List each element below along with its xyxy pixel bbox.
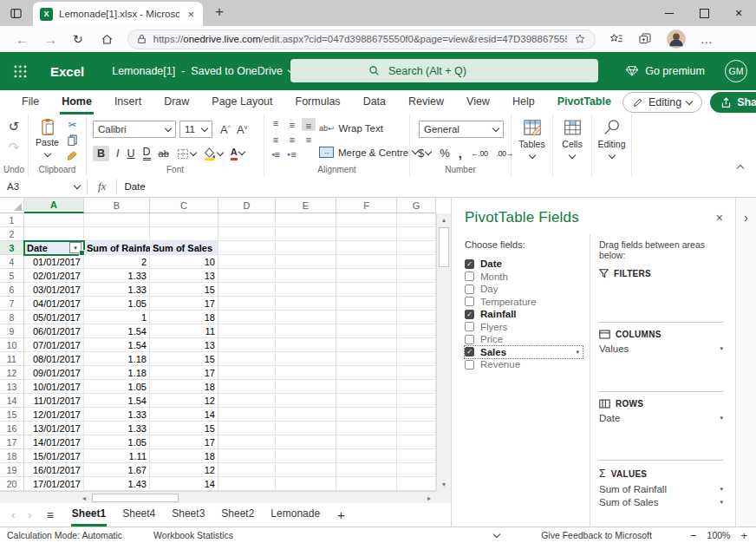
row-header-19[interactable]: 19 [0,463,24,477]
cell-C17[interactable]: 17 [150,435,218,449]
cell-B2[interactable] [84,227,150,241]
row-header-8[interactable]: 8 [0,311,24,324]
increase-indent-button[interactable]: ▸≡ [285,147,299,160]
field-revenue[interactable]: Revenue [465,358,583,371]
search-box[interactable] [290,59,598,82]
add-sheet-button[interactable]: + [337,507,345,522]
cell-D5[interactable] [218,269,276,283]
row-header-6[interactable]: 6 [0,283,24,297]
cell-C20[interactable]: 14 [150,477,218,491]
cell-E19[interactable] [276,463,336,477]
app-launcher-icon[interactable] [13,64,27,78]
align-center-button[interactable]: ≡ [285,133,299,146]
percent-format-button[interactable]: % [440,147,450,160]
cell-B4[interactable]: 2 [84,255,150,269]
area-item-sum-of-sales[interactable]: Sum of Sales▾ [599,495,723,508]
cell-G2[interactable] [397,227,436,241]
col-header-f[interactable]: F [336,198,397,213]
number-format-select[interactable]: General [419,121,504,138]
search-input[interactable] [387,64,520,78]
cell-D4[interactable] [218,255,276,269]
cell-G3[interactable] [397,241,436,255]
browser-profile-avatar[interactable] [667,29,686,49]
align-left-button[interactable]: ≡ [269,133,283,146]
home-button[interactable] [101,33,114,46]
cell-C4[interactable]: 10 [150,255,218,269]
cell-F5[interactable] [336,269,397,283]
row-header-1[interactable]: 1 [0,213,24,227]
cell-C6[interactable]: 15 [150,283,218,297]
new-tab-button[interactable]: + [215,3,224,21]
increase-decimal-button[interactable]: ←.00 [471,149,488,158]
address-bar[interactable]: https://onedrive.live.com/edit.aspx?cid=… [127,29,596,49]
cell-F13[interactable] [336,380,397,394]
cell-G1[interactable] [397,213,436,227]
cell-E1[interactable] [276,213,336,227]
cell-A15[interactable]: 12/01/2017 [24,408,84,422]
sheet-tab-sheet1[interactable]: Sheet1 [71,503,107,527]
account-avatar[interactable]: GM [725,60,747,82]
app-name[interactable]: Excel [50,64,84,79]
cell-E9[interactable] [276,324,336,338]
cell-F20[interactable] [336,477,397,491]
cell-D18[interactable] [218,449,276,463]
cell-F12[interactable] [336,366,397,380]
cell-G7[interactable] [397,297,436,311]
cell-D17[interactable] [218,435,276,449]
prev-sheet-icon[interactable]: ‹ [11,508,15,521]
cut-button[interactable]: ✂ [68,119,76,131]
cell-D2[interactable] [218,227,276,241]
collections-icon[interactable] [638,32,652,46]
cell-C9[interactable]: 11 [150,324,218,338]
cell-B5[interactable]: 1.33 [84,269,150,283]
cell-B15[interactable]: 1.33 [84,408,150,422]
favorites-bar-icon[interactable] [609,32,623,46]
copy-button[interactable] [67,134,78,147]
cell-A16[interactable]: 13/01/2017 [24,422,84,435]
row-header-9[interactable]: 9 [0,324,24,338]
ribbon-tab-home[interactable]: Home [50,90,103,114]
zoom-level[interactable]: 100% [707,530,731,540]
row-header-10[interactable]: 10 [0,338,24,352]
vertical-scrollbar[interactable]: ▴ ▾ [436,213,451,491]
cell-B8[interactable]: 1 [84,311,150,324]
cell-D10[interactable] [218,338,276,352]
cell-B10[interactable]: 1.54 [84,338,150,352]
cell-G16[interactable] [397,422,436,435]
cell-D20[interactable] [218,477,276,491]
ribbon-tab-review[interactable]: Review [397,90,455,114]
col-header-a[interactable]: A [24,198,84,213]
select-all-corner[interactable] [0,198,24,213]
browser-tab[interactable]: X Lemonade[1].xlsx - Microsoft Exc × [33,2,203,26]
refresh-button[interactable]: ↻ [73,33,83,45]
cell-A6[interactable]: 03/01/2017 [24,283,84,297]
cell-B6[interactable]: 1.33 [84,283,150,297]
horizontal-scrollbar[interactable]: ◂ ▸ [0,491,436,503]
field-temperature[interactable]: Temperature [465,296,583,309]
sheet-tab-lemonade[interactable]: Lemonade [270,503,321,527]
tab-actions-icon[interactable] [7,4,24,22]
next-sheet-icon[interactable]: › [28,508,31,521]
cell-D3[interactable] [218,241,276,255]
row-header-18[interactable]: 18 [0,449,24,463]
cell-A2[interactable] [24,227,84,241]
sheet-tab-sheet3[interactable]: Sheet3 [171,503,205,527]
bold-button[interactable]: B [93,146,109,162]
editing-button[interactable]: Editing [592,119,631,160]
cell-B20[interactable]: 1.43 [84,477,150,491]
status-chevron-icon[interactable] [493,530,500,537]
italic-button[interactable]: I [116,148,119,160]
grow-font-button[interactable]: A^ [220,123,231,136]
horizontal-scroll-thumb[interactable] [92,494,179,502]
cell-G5[interactable] [397,269,436,283]
field-day[interactable]: Day [465,283,583,296]
cell-C5[interactable]: 13 [150,269,218,283]
cell-A12[interactable]: 09/01/2017 [24,366,84,380]
checkbox-rainfall[interactable]: ✓ [465,310,474,319]
cell-G14[interactable] [397,394,436,408]
scroll-up-icon[interactable]: ▴ [437,213,451,226]
cell-B17[interactable]: 1.05 [84,435,150,449]
cell-B19[interactable]: 1.67 [84,463,150,477]
area-item-sum-of-rainfall[interactable]: Sum of Rainfall▾ [599,482,723,495]
field-rainfall[interactable]: ✓Rainfall [465,308,583,321]
